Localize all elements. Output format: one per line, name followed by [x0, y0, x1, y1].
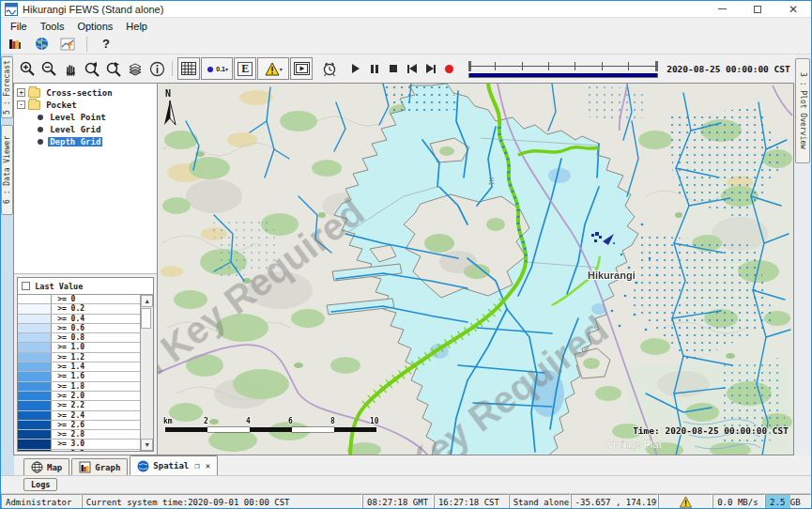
- zoom-next-button[interactable]: [103, 57, 124, 80]
- thresholds-dropdown[interactable]: ▾: [257, 57, 289, 80]
- tree-item-level-point[interactable]: Level Point: [17, 111, 157, 123]
- timeseries-chart-icon: [60, 37, 75, 52]
- zoom-out-icon: [40, 60, 57, 77]
- alarm-clock-icon: [321, 60, 338, 77]
- timeline-date-label: 2020-08-25 00:00:00 CST: [666, 64, 790, 74]
- legend-swatch: [18, 450, 52, 451]
- menu-tools[interactable]: Tools: [34, 20, 71, 33]
- help-button[interactable]: ?: [95, 35, 117, 54]
- last-value-checkbox[interactable]: [22, 282, 30, 290]
- layers-button[interactable]: [125, 57, 146, 80]
- warning-triangle-icon: [679, 496, 693, 508]
- left-panel-strip: 5 : Forecast 6 : Data Viewer: [1, 54, 13, 455]
- status-system-time: Current system time:2020-09-01 00:00 CST: [82, 494, 362, 509]
- tab-spatial[interactable]: Spatial ❐ ✕: [130, 455, 218, 475]
- legend-row: >= 0.2: [18, 304, 140, 314]
- map-display-button[interactable]: [30, 35, 53, 54]
- animation-timer-button[interactable]: [319, 57, 340, 80]
- timeline-slider[interactable]: [468, 60, 658, 78]
- expand-icon[interactable]: +: [17, 88, 25, 97]
- go-to-end-button[interactable]: [421, 58, 439, 79]
- record-button[interactable]: [440, 58, 458, 79]
- legend-swatch: [18, 401, 52, 409]
- database-viewer-button[interactable]: [4, 35, 26, 54]
- status-gmt-time: 08:27:18 GMT: [362, 494, 434, 509]
- classification-dropdown[interactable]: 0.1 ▾: [201, 57, 233, 80]
- svg-text:4: 4: [246, 417, 251, 425]
- menu-help[interactable]: Help: [119, 20, 154, 33]
- pan-button[interactable]: [60, 57, 81, 80]
- tab-data-viewer[interactable]: 6 : Data Viewer: [1, 125, 13, 215]
- tab-plot-overview[interactable]: 3 : Plot Overview: [795, 58, 810, 163]
- go-to-start-button[interactable]: [403, 58, 421, 79]
- spatial-map-view[interactable]: API Key Required API Key Required H1 Hik…: [158, 83, 794, 455]
- scroll-up-icon[interactable]: ▲: [141, 295, 153, 307]
- svg-text:km: km: [163, 417, 173, 425]
- tab-forecast[interactable]: 5 : Forecast: [1, 56, 13, 118]
- legend-row: >= 0.4: [18, 315, 140, 324]
- timeline-period-bar[interactable]: [468, 73, 658, 78]
- svg-text:2: 2: [204, 417, 208, 425]
- menu-bar: File Tools Options Help: [1, 18, 811, 34]
- zoom-out-button[interactable]: [38, 57, 59, 80]
- scroll-down-icon[interactable]: ▼: [141, 439, 153, 451]
- legend-swatch: [18, 372, 52, 380]
- scroll-thumb[interactable]: [141, 308, 151, 329]
- grid-display-button[interactable]: [177, 57, 200, 80]
- zoom-in-button[interactable]: [17, 57, 38, 80]
- road-label-h1: H1: [487, 177, 495, 185]
- explorer-tree: + Cross-section - Pocket Level Point: [14, 84, 157, 274]
- zoom-previous-button[interactable]: [82, 57, 102, 80]
- collapse-icon[interactable]: -: [17, 100, 25, 109]
- legend-row: >= 1.6: [18, 372, 140, 381]
- scale-bar-toggle-button[interactable]: E: [234, 57, 256, 80]
- minimize-button[interactable]: [704, 1, 740, 17]
- close-button[interactable]: ✕: [775, 1, 811, 17]
- maximize-button[interactable]: [740, 1, 775, 17]
- legend-row: >= 1.2: [18, 353, 140, 362]
- legend-row: >= 1.4: [18, 362, 140, 372]
- legend-swatch: [18, 353, 52, 362]
- svg-text:N: N: [165, 88, 171, 99]
- stop-button[interactable]: [384, 58, 402, 79]
- map-canvas[interactable]: API Key Required API Key Required H1 Hik…: [158, 84, 794, 455]
- globe-icon: [35, 37, 49, 51]
- status-coordinates: -35.657 , 174.199: [571, 494, 659, 509]
- info-button[interactable]: [146, 57, 167, 80]
- tree-item-cross-section[interactable]: + Cross-section: [17, 86, 157, 99]
- play-button[interactable]: [346, 58, 364, 79]
- scale-bar-icon: E: [237, 62, 253, 76]
- logs-button[interactable]: Logs: [23, 478, 57, 491]
- tab-graph[interactable]: Graph: [71, 458, 128, 475]
- svg-text:6: 6: [288, 417, 293, 425]
- last-value-label: Last Value: [35, 282, 83, 291]
- toolbar-separator: [86, 37, 87, 52]
- bottom-tab-bar: Map Graph Spatial ❐ ✕: [1, 455, 811, 475]
- tree-item-level-grid[interactable]: Level Grid: [17, 123, 157, 135]
- legend-row: >= 2.0: [18, 392, 140, 401]
- movie-export-button[interactable]: [290, 57, 313, 80]
- tab-close-icon[interactable]: ✕: [206, 461, 210, 470]
- legend-scrollbar[interactable]: ▲ ▼: [141, 295, 153, 451]
- tree-item-pocket[interactable]: - Pocket: [17, 99, 157, 111]
- tab-map[interactable]: Map: [23, 458, 69, 475]
- menu-options[interactable]: Options: [70, 20, 119, 33]
- content-area: 5 : Forecast 6 : Data Viewer: [1, 54, 811, 455]
- legend-swatch: [18, 315, 52, 323]
- status-alerts[interactable]: [658, 494, 712, 509]
- chevron-down-icon: ▾: [225, 66, 228, 72]
- record-icon: [445, 65, 453, 73]
- status-memory: 2.5 GB: [765, 494, 811, 509]
- pause-button[interactable]: [365, 58, 383, 79]
- legend-row: >= 3.2: [18, 450, 140, 451]
- tree-item-depth-grid[interactable]: Depth Grid: [17, 135, 157, 147]
- menu-file[interactable]: File: [4, 20, 34, 33]
- legend-swatch: [18, 411, 52, 420]
- tab-restore-icon[interactable]: ❐: [194, 461, 199, 470]
- timeseries-dialog-button[interactable]: [56, 35, 79, 54]
- timeline-track[interactable]: [468, 60, 658, 71]
- wireframe-globe-icon: [31, 461, 43, 473]
- status-download-rate: 0.0 MB/s: [712, 494, 765, 509]
- folder-icon: [28, 100, 40, 110]
- zoom-in-icon: [19, 60, 36, 77]
